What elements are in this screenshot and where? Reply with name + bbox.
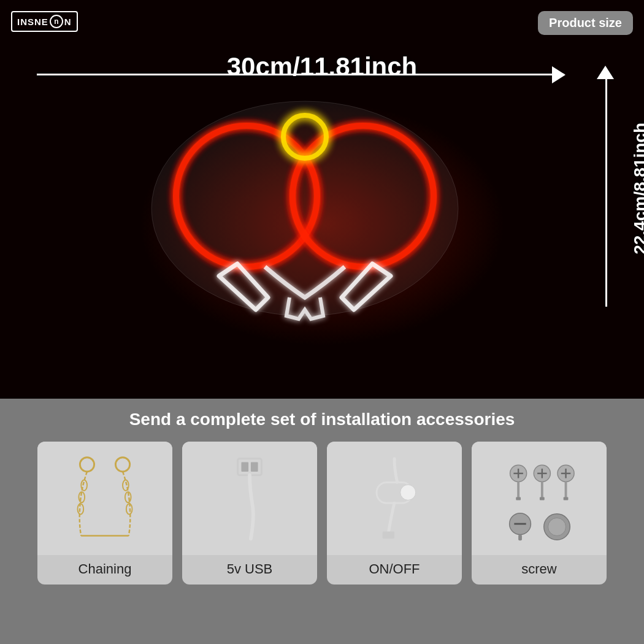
screw-icon <box>496 453 582 545</box>
usb-image-area <box>182 442 317 555</box>
height-arrow-line <box>605 74 607 307</box>
svg-rect-16 <box>241 462 248 471</box>
usb-icon <box>219 453 280 545</box>
svg-point-7 <box>115 457 129 471</box>
height-arrow-head <box>597 66 614 79</box>
svg-rect-35 <box>564 497 569 500</box>
width-value: 30cm/11.81inch <box>227 52 418 81</box>
chaining-image-area <box>37 442 172 555</box>
neon-sign <box>133 86 477 331</box>
onoff-icon <box>355 456 434 542</box>
width-arrow-line <box>37 74 564 75</box>
product-size-label: Product size <box>549 16 622 29</box>
main-container: INSNE n N Product size 30cm/11.81inch 22… <box>0 0 644 644</box>
onoff-label: ON/OFF <box>369 555 420 585</box>
accessories-title: Send a complete set of installation acce… <box>129 410 515 429</box>
brand-logo: INSNE n N <box>11 11 78 32</box>
svg-rect-30 <box>540 497 545 500</box>
top-section: INSNE n N Product size 30cm/11.81inch 22… <box>0 0 644 399</box>
accessory-card-usb: 5v USB <box>182 442 317 585</box>
svg-point-0 <box>151 101 458 316</box>
svg-rect-20 <box>383 531 394 539</box>
chaining-label: Chaining <box>79 555 132 585</box>
brand-n-circle: n <box>50 15 63 28</box>
svg-point-12 <box>123 480 129 490</box>
svg-rect-34 <box>565 481 567 499</box>
brand-n-letter: n <box>54 17 58 26</box>
svg-rect-24 <box>517 481 519 499</box>
width-dimension: 30cm/11.81inch <box>227 52 418 82</box>
product-size-badge: Product size <box>538 11 633 35</box>
onoff-image-area <box>327 442 462 555</box>
screw-image-area <box>472 442 607 555</box>
svg-rect-17 <box>251 462 258 471</box>
svg-point-9 <box>81 480 87 490</box>
usb-label: 5v USB <box>227 555 273 585</box>
svg-point-6 <box>80 457 94 471</box>
svg-rect-29 <box>541 481 543 499</box>
accessory-card-chaining: Chaining <box>37 442 172 585</box>
width-arrow-head <box>552 66 565 83</box>
svg-point-40 <box>548 518 566 535</box>
accessory-card-onoff: ON/OFF <box>327 442 462 585</box>
screw-label: screw <box>521 555 556 585</box>
bottom-section: Send a complete set of installation acce… <box>0 399 644 644</box>
height-value: 22.4cm/8.81inch <box>631 123 644 255</box>
brand-name-part1: INSNE <box>17 17 48 27</box>
brand-name-part2: N <box>64 17 72 27</box>
accessories-grid: Chaining 5v USB <box>0 435 644 594</box>
height-dimension: 22.4cm/8.81inch <box>631 123 644 255</box>
svg-rect-25 <box>516 497 521 500</box>
svg-rect-38 <box>518 534 522 540</box>
accessory-card-screw: screw <box>472 442 607 585</box>
accessories-banner: Send a complete set of installation acce… <box>0 399 644 435</box>
svg-point-19 <box>401 485 416 500</box>
chaining-icon <box>68 453 142 545</box>
